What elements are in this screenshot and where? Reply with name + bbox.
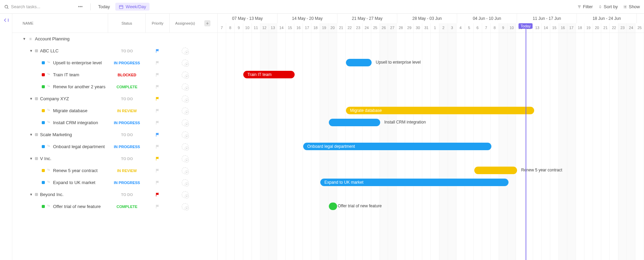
more-icon[interactable]: ••• — [75, 4, 86, 9]
col-status-header[interactable]: Status — [108, 14, 146, 32]
gantt-bar[interactable] — [329, 119, 380, 126]
group-row[interactable]: ▼Company XYZTO DO — [12, 93, 217, 105]
priority-cell[interactable] — [146, 144, 170, 149]
assignee-cell[interactable] — [170, 60, 201, 66]
status-cell[interactable]: COMPLETE — [108, 205, 146, 209]
status-cell[interactable]: TO DO — [108, 49, 146, 53]
search-input[interactable] — [11, 4, 62, 9]
priority-cell[interactable] — [146, 168, 170, 173]
assignee-cell[interactable] — [170, 131, 201, 138]
col-priority-header[interactable]: Priority — [146, 14, 170, 32]
task-row[interactable]: ▼Renew for another 2 yearsCOMPLETE — [12, 81, 217, 93]
show-button[interactable]: Show — [623, 4, 640, 9]
status-cell[interactable]: TO DO — [108, 157, 146, 161]
sortby-button[interactable]: Sort by — [598, 4, 618, 9]
task-row[interactable]: ▼Renew 5 year contractIN REVIEW — [12, 165, 217, 177]
status-cell[interactable]: TO DO — [108, 133, 146, 137]
assignee-avatar[interactable] — [182, 203, 189, 210]
priority-cell[interactable] — [146, 132, 170, 137]
status-cell[interactable]: COMPLETE — [108, 85, 146, 89]
gantt-bar[interactable]: Train IT team — [243, 71, 295, 78]
status-cell[interactable]: TO DO — [108, 193, 146, 197]
today-button[interactable]: Today — [95, 3, 113, 11]
assignee-cell[interactable] — [170, 48, 201, 54]
gantt-body[interactable]: Upsell to enterprise levelTrain IT teamM… — [218, 33, 644, 260]
col-name-header[interactable]: NAME — [12, 14, 108, 32]
task-row[interactable]: ▼Onboard legal departmentIN PROGRESS — [12, 141, 217, 153]
priority-cell[interactable] — [146, 96, 170, 101]
gantt-bar[interactable] — [474, 167, 517, 174]
task-row[interactable]: ▼Train IT teamBLOCKED — [12, 69, 217, 81]
task-row[interactable]: ▼Install CRM integrationIN PROGRESS — [12, 117, 217, 129]
priority-cell[interactable] — [146, 108, 170, 113]
assignee-cell[interactable] — [170, 107, 201, 114]
group-row[interactable]: ▼V Inc.TO DO — [12, 153, 217, 165]
filter-button[interactable]: Filter — [577, 4, 593, 9]
priority-cell[interactable] — [146, 61, 170, 65]
collapse-sidebar-icon[interactable] — [3, 17, 9, 23]
group-row[interactable]: ▼Beyond Inc.TO DO — [12, 188, 217, 200]
assignee-cell[interactable] — [170, 143, 201, 150]
gantt-bar-label: Upsell to enterprise level — [376, 60, 421, 65]
assignee-avatar[interactable] — [182, 119, 189, 126]
expand-caret[interactable]: ▼ — [29, 133, 33, 136]
status-cell[interactable]: IN REVIEW — [108, 109, 146, 113]
assignee-cell[interactable] — [170, 95, 201, 102]
add-column-button[interactable]: + — [204, 20, 210, 26]
expand-caret[interactable]: ▼ — [29, 157, 33, 160]
priority-cell[interactable] — [146, 204, 170, 209]
task-row[interactable]: ▼Upsell to enterprise levelIN PROGRESS — [12, 57, 217, 69]
status-cell[interactable]: IN PROGRESS — [108, 61, 146, 65]
task-row[interactable]: ▼Expand to UK marketIN PROGRESS — [12, 177, 217, 188]
gantt-bar[interactable]: Onboard legal department — [303, 143, 491, 150]
expand-caret[interactable]: ▼ — [29, 49, 33, 53]
assignee-avatar[interactable] — [182, 191, 189, 198]
assignee-avatar[interactable] — [182, 48, 189, 54]
expand-caret[interactable]: ▼ — [29, 97, 33, 101]
priority-cell[interactable] — [146, 120, 170, 125]
expand-caret[interactable]: ▼ — [23, 37, 26, 41]
gantt-bar[interactable] — [346, 59, 372, 66]
assignee-cell[interactable] — [170, 167, 201, 174]
assignee-cell[interactable] — [170, 155, 201, 162]
expand-caret[interactable]: ▼ — [29, 193, 33, 196]
status-cell[interactable]: IN PROGRESS — [108, 121, 146, 125]
assignee-avatar[interactable] — [182, 167, 189, 174]
priority-cell[interactable] — [146, 180, 170, 185]
group-row[interactable]: ▼≡Account Planning — [12, 33, 217, 45]
priority-cell[interactable] — [146, 49, 170, 53]
gantt-bar[interactable]: Migrate database — [346, 107, 534, 114]
gantt-bar[interactable]: Expand to UK market — [320, 179, 508, 186]
priority-cell[interactable] — [146, 73, 170, 77]
assignee-avatar[interactable] — [182, 131, 189, 138]
status-cell[interactable]: IN PROGRESS — [108, 181, 146, 185]
assignee-cell[interactable] — [170, 179, 201, 186]
assignee-avatar[interactable] — [182, 72, 189, 78]
assignee-cell[interactable] — [170, 72, 201, 78]
assignee-avatar[interactable] — [182, 83, 189, 90]
status-cell[interactable]: IN REVIEW — [108, 169, 146, 173]
assignee-avatar[interactable] — [182, 179, 189, 186]
status-cell[interactable]: IN PROGRESS — [108, 145, 146, 149]
assignee-cell[interactable] — [170, 203, 201, 210]
assignee-avatar[interactable] — [182, 107, 189, 114]
status-cell[interactable]: TO DO — [108, 97, 146, 101]
assignee-avatar[interactable] — [182, 60, 189, 66]
priority-cell[interactable] — [146, 84, 170, 89]
assignee-cell[interactable] — [170, 119, 201, 126]
task-row[interactable]: ▼Migrate databaseIN REVIEW — [12, 105, 217, 117]
col-assignee-header[interactable]: Assignee(s) — [170, 14, 201, 32]
gantt-bar[interactable] — [329, 203, 337, 210]
assignee-cell[interactable] — [170, 191, 201, 198]
priority-cell[interactable] — [146, 192, 170, 197]
weekday-button[interactable]: Week/Day — [115, 3, 150, 11]
assignee-avatar[interactable] — [182, 155, 189, 162]
assignee-cell[interactable] — [170, 83, 201, 90]
status-cell[interactable]: BLOCKED — [108, 73, 146, 77]
task-row[interactable]: ▼Offer trial of new featureCOMPLETE — [12, 200, 217, 212]
group-row[interactable]: ▼ABC LLCTO DO — [12, 45, 217, 57]
assignee-avatar[interactable] — [182, 95, 189, 102]
group-row[interactable]: ▼Scale MarketingTO DO — [12, 129, 217, 141]
priority-cell[interactable] — [146, 156, 170, 161]
assignee-avatar[interactable] — [182, 143, 189, 150]
